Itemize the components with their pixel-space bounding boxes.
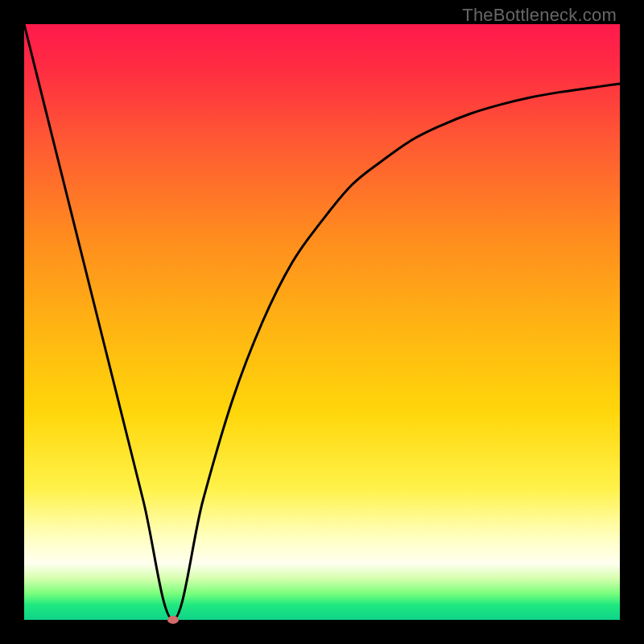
plot-area [24,24,620,620]
optimum-marker [167,616,179,624]
curve-layer [24,24,620,620]
outer-frame: TheBottleneck.com [0,0,644,644]
watermark-text: TheBottleneck.com [462,5,617,26]
bottleneck-curve [24,24,620,620]
